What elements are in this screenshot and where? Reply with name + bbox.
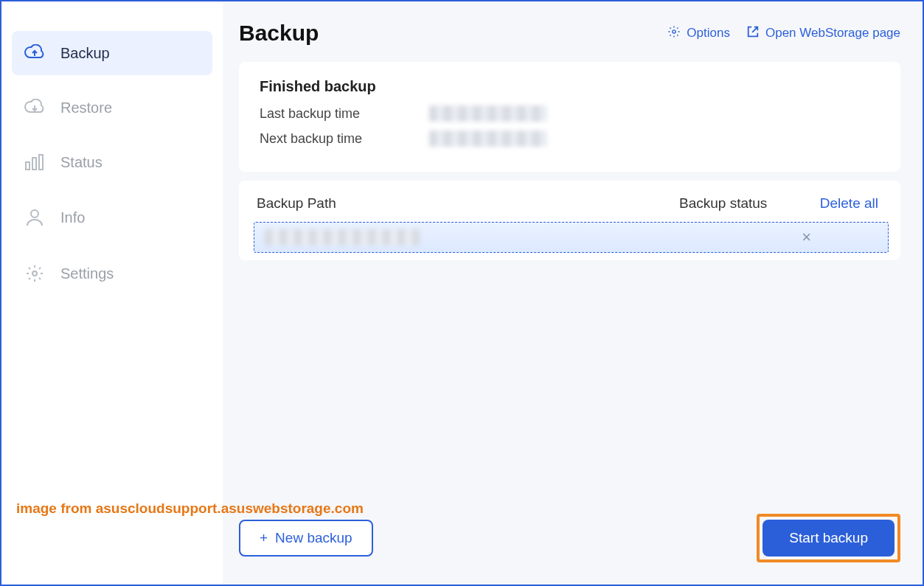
finished-backup-title: Finished backup xyxy=(260,78,880,95)
svg-point-5 xyxy=(673,29,675,32)
next-backup-value-blurred xyxy=(429,130,547,147)
svg-rect-1 xyxy=(32,158,36,170)
options-label: Options xyxy=(687,26,730,41)
start-backup-button[interactable]: Start backup xyxy=(763,520,895,557)
svg-rect-0 xyxy=(26,162,29,170)
sidebar-item-restore[interactable]: Restore xyxy=(12,86,212,130)
annotation-highlight: Start backup xyxy=(757,514,900,562)
sidebar-item-settings[interactable]: Settings xyxy=(12,251,212,296)
svg-point-3 xyxy=(31,210,38,217)
col-backup-status: Backup status xyxy=(679,195,805,212)
sidebar-item-label: Backup xyxy=(60,45,110,62)
sidebar-item-label: Status xyxy=(60,154,103,171)
next-backup-row: Next backup time xyxy=(260,130,880,147)
main-header: Backup Options Open WebStorage page xyxy=(239,21,900,46)
sidebar-item-status[interactable]: Status xyxy=(12,140,212,184)
external-link-icon xyxy=(746,25,760,42)
sidebar-item-label: Restore xyxy=(60,100,112,116)
gear-icon xyxy=(24,264,46,283)
backup-path-row[interactable]: × xyxy=(254,222,889,253)
cloud-up-icon xyxy=(24,44,46,62)
remove-row-button[interactable]: × xyxy=(802,228,878,247)
new-backup-label: New backup xyxy=(275,530,352,546)
gear-icon xyxy=(667,25,681,42)
delete-all-link[interactable]: Delete all xyxy=(805,195,886,212)
next-backup-label: Next backup time xyxy=(260,131,370,147)
last-backup-row: Last backup time xyxy=(260,105,880,122)
user-icon xyxy=(24,208,46,227)
plus-icon: + xyxy=(260,530,268,546)
last-backup-value-blurred xyxy=(429,105,547,122)
open-webstorage-label: Open WebStorage page xyxy=(765,26,900,41)
close-icon: × xyxy=(802,228,811,246)
sidebar-item-info[interactable]: Info xyxy=(12,195,212,240)
sidebar: Backup Restore Status Info Settings xyxy=(1,1,223,585)
bars-icon xyxy=(24,153,46,171)
options-link[interactable]: Options xyxy=(667,25,730,42)
new-backup-button[interactable]: + New backup xyxy=(239,520,373,557)
last-backup-label: Last backup time xyxy=(260,106,370,122)
svg-rect-2 xyxy=(39,155,43,170)
header-links: Options Open WebStorage page xyxy=(667,25,900,42)
cloud-down-icon xyxy=(24,99,46,116)
col-backup-path: Backup Path xyxy=(257,195,679,212)
image-source-watermark: image from asuscloudsupport.asuswebstora… xyxy=(16,500,364,517)
svg-point-4 xyxy=(32,271,37,276)
backup-path-value-blurred xyxy=(265,229,420,245)
main-panel: Backup Options Open WebStorage page Fini… xyxy=(223,1,923,585)
open-webstorage-link[interactable]: Open WebStorage page xyxy=(746,25,900,42)
sidebar-item-label: Info xyxy=(60,209,85,226)
finished-backup-card: Finished backup Last backup time Next ba… xyxy=(239,62,900,172)
sidebar-item-label: Settings xyxy=(60,265,114,282)
page-title: Backup xyxy=(239,21,319,46)
table-header: Backup Path Backup status Delete all xyxy=(254,195,893,222)
sidebar-item-backup[interactable]: Backup xyxy=(12,31,212,75)
backup-path-card: Backup Path Backup status Delete all × xyxy=(239,181,900,260)
